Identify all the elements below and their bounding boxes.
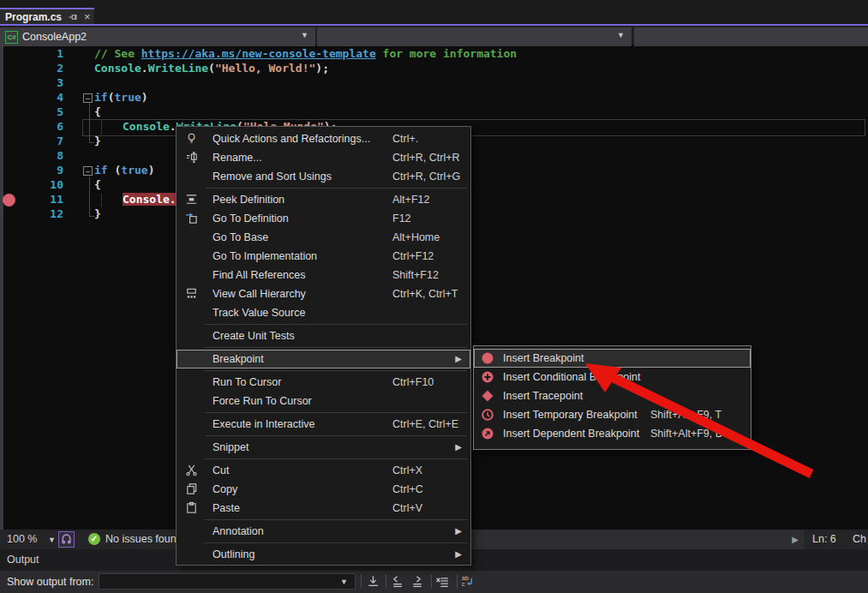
- prev-message-icon[interactable]: [390, 574, 405, 590]
- context-menu: Quick Actions and Refactorings...Ctrl+.R…: [176, 126, 471, 566]
- menu-item-peek-definition[interactable]: Peek DefinitionAlt+F12: [177, 190, 470, 209]
- menu-item-shortcut: Ctrl+C: [392, 480, 423, 499]
- code-segment: }: [94, 135, 101, 147]
- word-wrap-icon[interactable]: abc: [461, 574, 476, 590]
- tab-program-cs[interactable]: Program.cs ×: [0, 8, 94, 24]
- output-panel-title[interactable]: Output: [7, 554, 39, 566]
- menu-item-label: Quick Actions and Refactorings...: [213, 129, 370, 148]
- chevron-down-icon[interactable]: ▼: [48, 536, 56, 544]
- char-indicator: Ch: [853, 530, 866, 549]
- type-dropdown[interactable]: ▼: [317, 27, 632, 46]
- menu-item-label: Find All References: [213, 266, 305, 285]
- menu-item-insert-dependent-breakpoint[interactable]: Insert Dependent BreakpointShift+Alt+F9,…: [474, 424, 751, 443]
- project-dropdown[interactable]: C# ConsoleApp2 ▼: [0, 27, 315, 46]
- code-segment: if: [94, 164, 108, 177]
- code-segment: https://aka.ms/new-console-template: [141, 47, 376, 60]
- menu-item-label: Copy: [213, 480, 237, 499]
- member-dropdown[interactable]: [634, 27, 868, 46]
- code-line[interactable]: if(true): [94, 91, 148, 105]
- menu-item-quick-actions-and-refactorings[interactable]: Quick Actions and Refactorings...Ctrl+.: [177, 129, 470, 148]
- menu-item-label: Insert Temporary Breakpoint: [503, 405, 638, 424]
- goto-message-icon[interactable]: [366, 574, 381, 590]
- menu-item-run-to-cursor[interactable]: Run To CursorCtrl+F10: [177, 373, 470, 392]
- menu-item-execute-in-interactive[interactable]: Execute in InteractiveCtrl+E, Ctrl+E: [177, 415, 470, 434]
- menu-item-find-all-references[interactable]: Find All ReferencesShift+F12: [177, 266, 470, 285]
- menu-item-rename[interactable]: Rename...Ctrl+R, Ctrl+R: [177, 148, 470, 167]
- code-line[interactable]: Console.WriteLine("Hello, World!");: [94, 62, 329, 76]
- menu-item-breakpoint[interactable]: Breakpoint▶: [177, 350, 470, 368]
- clear-all-icon[interactable]: [435, 574, 451, 590]
- code-segment: {: [94, 178, 101, 191]
- menu-item-label: Peek Definition: [213, 190, 284, 209]
- menu-item-shortcut: Ctrl+F12: [392, 247, 434, 266]
- menu-item-go-to-base[interactable]: Go To BaseAlt+Home: [177, 228, 470, 247]
- collapse-toggle-icon[interactable]: –: [83, 93, 93, 103]
- menu-item-track-value-source[interactable]: Track Value Source: [177, 303, 470, 322]
- code-line[interactable]: {: [94, 178, 101, 193]
- issues-status[interactable]: No issues found: [105, 530, 183, 549]
- menu-item-insert-breakpoint[interactable]: Insert Breakpoint: [474, 349, 751, 368]
- menu-item-shortcut: Ctrl+R, Ctrl+G: [392, 167, 460, 186]
- code-segment: "Hello, World!": [215, 62, 315, 75]
- menu-item-go-to-definition[interactable]: Go To DefinitionF12: [177, 209, 470, 228]
- collapse-toggle-icon[interactable]: –: [83, 166, 93, 176]
- menu-item-shortcut: F12: [392, 209, 411, 228]
- code-segment: );: [315, 62, 329, 75]
- menu-item-go-to-implementation[interactable]: Go To ImplementationCtrl+F12: [177, 247, 470, 266]
- bp-trace-icon: [481, 389, 494, 403]
- menu-item-label: Create Unit Tests: [213, 326, 295, 345]
- code-segment: ): [148, 164, 155, 177]
- code-segment: // See: [94, 47, 141, 60]
- menu-item-copy[interactable]: CopyCtrl+C: [177, 480, 470, 499]
- menu-item-insert-conditional-breakpoint[interactable]: Insert Conditional Breakpoint: [474, 368, 751, 386]
- listen-icon[interactable]: [58, 531, 75, 548]
- toolbar-separator: [386, 574, 386, 589]
- pin-icon[interactable]: [68, 12, 78, 22]
- menu-item-label: Run To Cursor: [213, 373, 281, 392]
- navigation-bar: C# ConsoleApp2 ▼ ▼: [0, 24, 868, 45]
- code-line[interactable]: // See https://aka.ms/new-console-templa…: [94, 47, 517, 62]
- menu-item-annotation[interactable]: Annotation▶: [177, 522, 470, 541]
- close-icon[interactable]: ×: [84, 11, 91, 22]
- project-name: ConsoleApp2: [22, 27, 87, 46]
- chevron-down-icon: ▼: [617, 31, 625, 39]
- output-source-dropdown[interactable]: ▼: [99, 573, 356, 590]
- menu-item-label: Outlining: [213, 545, 254, 564]
- paste-icon: [185, 501, 199, 515]
- code-line[interactable]: }: [94, 135, 101, 149]
- menu-item-paste[interactable]: PasteCtrl+V: [177, 499, 470, 518]
- submenu-arrow-icon: ▶: [455, 438, 462, 457]
- menu-item-insert-tracepoint[interactable]: Insert Tracepoint: [474, 386, 751, 405]
- menu-item-create-unit-tests[interactable]: Create Unit Tests: [177, 326, 470, 345]
- menu-item-force-run-to-cursor[interactable]: Force Run To Cursor: [177, 392, 470, 410]
- menu-item-view-call-hierarchy[interactable]: View Call HierarchyCtrl+K, Ctrl+T: [177, 285, 470, 303]
- menu-item-label: Insert Tracepoint: [503, 386, 583, 405]
- title-strip: [0, 0, 868, 24]
- menu-item-shortcut: Ctrl+K, Ctrl+T: [392, 285, 458, 303]
- submenu-arrow-icon: ▶: [455, 522, 462, 541]
- breakpoint-glyph[interactable]: [3, 194, 15, 207]
- line-number: 4: [24, 91, 63, 105]
- menu-item-label: Execute in Interactive: [213, 415, 315, 434]
- gotodef-icon: [185, 212, 199, 225]
- line-number: 2: [24, 62, 63, 76]
- code-segment: .: [141, 62, 148, 75]
- code-line[interactable]: {: [94, 105, 101, 120]
- code-line[interactable]: }: [94, 207, 101, 222]
- menu-item-insert-temporary-breakpoint[interactable]: Insert Temporary BreakpointShift+Alt+F9,…: [474, 405, 751, 424]
- output-toolbar: Show output from: ▼ abc: [0, 571, 868, 593]
- menu-item-label: Paste: [213, 499, 240, 518]
- menu-item-shortcut: Alt+F12: [392, 190, 429, 209]
- code-line[interactable]: if (true): [94, 164, 154, 178]
- menu-item-outlining[interactable]: Outlining▶: [177, 545, 470, 564]
- code-segment: ): [141, 91, 148, 104]
- zoom-level[interactable]: 100 %: [7, 530, 37, 549]
- menu-item-snippet[interactable]: Snippet▶: [177, 438, 470, 457]
- menu-item-remove-and-sort-usings[interactable]: Remove and Sort UsingsCtrl+R, Ctrl+G: [177, 167, 470, 186]
- menu-item-cut[interactable]: CutCtrl+X: [177, 461, 470, 480]
- next-message-icon[interactable]: [410, 574, 425, 590]
- line-number: 10: [24, 178, 63, 193]
- scroll-right-arrow-icon[interactable]: ▶: [792, 530, 799, 549]
- menu-item-label: View Call Hierarchy: [213, 285, 306, 303]
- menu-item-label: Track Value Source: [213, 303, 305, 322]
